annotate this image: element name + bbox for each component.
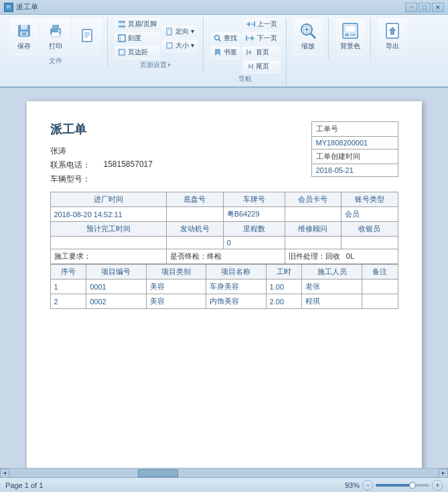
work-order-number-label: 工单号	[316, 125, 338, 133]
svg-rect-19	[167, 28, 171, 35]
item1-code: 0001	[86, 280, 146, 294]
col-item-code: 项目编号	[86, 265, 146, 280]
prev-page-label: 上一页	[257, 19, 277, 29]
h-scroll-right-button[interactable]: ▸	[439, 469, 448, 478]
next-page-button[interactable]: 下一页	[242, 32, 281, 45]
zoom-minus-button[interactable]: －	[362, 480, 373, 491]
ribbon: 保存 打印 文件	[0, 15, 448, 88]
minimize-button[interactable]: －	[405, 3, 417, 12]
find-label: 查找	[224, 34, 237, 43]
service-req-label: 施工要求：	[50, 249, 167, 264]
items-table: 序号 项目编号 项目类别 项目名称 工时 施工人员 备注 1 0001 美容 车	[50, 264, 398, 309]
print-button[interactable]: 打印	[41, 17, 70, 55]
header-footer-button[interactable]: 页眉/页脚	[115, 17, 160, 31]
scale-button[interactable]: 刻度	[115, 32, 160, 45]
col-plate: 车牌号	[223, 192, 285, 207]
svg-marker-30	[248, 50, 251, 55]
item1-worker: 老张	[302, 280, 362, 294]
zoom-slider-thumb[interactable]	[409, 482, 416, 489]
size-label: 大小 ▾	[175, 41, 194, 50]
work-order-box: 工单号 MY1808200001 工单创建时间 2018-05-21	[311, 121, 398, 177]
status-bar: Page 1 of 1 93% － ＋	[0, 477, 448, 492]
size-button[interactable]: 大小 ▾	[162, 39, 198, 52]
item2-remark	[362, 294, 398, 309]
zoom-label: 缩放	[301, 42, 315, 51]
ribbon-group-page-setup: 页眉/页脚 刻度 页边距 定向 ▾	[109, 17, 204, 72]
save-icon	[15, 21, 33, 40]
margin-label: 页边距	[128, 48, 148, 57]
item1-seq: 1	[50, 280, 86, 294]
export-buttons: 导出	[378, 17, 407, 55]
page-setup-expand-icon[interactable]: ▸	[168, 61, 171, 68]
print-preview-icon	[78, 26, 96, 45]
item-row-2: 2 0002 美容 内饰美容 2.00 程琪	[50, 294, 398, 309]
main-data-row1: 2018-08-20 14:52:11 粤B64229 会员	[50, 207, 398, 222]
print-preview-button[interactable]	[72, 17, 102, 55]
col-item-name: 项目名称	[206, 265, 266, 280]
find-button[interactable]: 查找	[210, 32, 240, 45]
inspection-label: 是否终检：终检	[167, 249, 285, 264]
h-scroll-thumb[interactable]	[138, 469, 178, 477]
export-button[interactable]: 导出	[378, 17, 407, 55]
print-label: 打印	[49, 42, 62, 51]
prev-page-button[interactable]: 上一页	[242, 17, 281, 31]
close-button[interactable]: ✕	[432, 3, 444, 12]
export-icon	[383, 21, 402, 40]
item1-name: 车身美容	[206, 280, 266, 294]
scale-label: 刻度	[128, 34, 141, 43]
zoom-slider-fill	[376, 484, 410, 487]
export-label: 导出	[386, 42, 399, 51]
file-group-label: 文件	[49, 56, 62, 66]
svg-rect-21	[167, 43, 172, 48]
svg-point-22	[214, 36, 219, 40]
svg-line-23	[218, 40, 221, 42]
ribbon-group-navigation: 查找 书签 上一页 下一页	[205, 17, 287, 86]
title-text: 派工单	[16, 2, 38, 12]
document-page: 工单号 MY1808200001 工单创建时间 2018-05-21 派工单 张…	[27, 101, 422, 468]
h-scroll-track[interactable]	[9, 469, 439, 477]
page-info: Page 1 of 1	[5, 481, 43, 489]
background-button[interactable]: 背景色	[335, 17, 365, 55]
maximize-button[interactable]: □	[419, 3, 431, 12]
horizontal-scrollbar[interactable]: ◂ ▸	[0, 468, 448, 477]
account-type-value: 会员	[342, 207, 398, 222]
bookmark-label: 书签	[224, 48, 237, 57]
background-label: 背景色	[340, 42, 360, 51]
col-cashier: 收银员	[342, 222, 398, 237]
orientation-button[interactable]: 定向 ▾	[162, 25, 198, 38]
h-scroll-left-button[interactable]: ◂	[0, 469, 9, 478]
zoom-icon	[299, 21, 317, 40]
main-data-row2: 0	[50, 237, 398, 249]
zoom-button[interactable]: 缩放	[293, 17, 323, 55]
col-seq: 序号	[50, 265, 86, 280]
first-page-button[interactable]: 首页	[242, 46, 281, 59]
svg-rect-41	[345, 34, 349, 36]
save-button[interactable]: 保存	[9, 17, 39, 55]
cashier-value	[342, 237, 398, 249]
zoom-level: 93%	[345, 481, 360, 489]
item-row-1: 1 0001 美容 车身美容 1.00 老张	[50, 280, 398, 294]
item2-code: 0002	[86, 294, 146, 309]
print-icon	[46, 21, 65, 40]
svg-rect-13	[119, 25, 125, 27]
item2-worker: 程琪	[302, 294, 362, 309]
last-page-button[interactable]: 尾页	[242, 60, 281, 73]
margin-button[interactable]: 页边距	[115, 46, 160, 59]
item2-category: 美容	[146, 294, 206, 309]
zoom-slider[interactable]	[376, 484, 429, 487]
item1-category: 美容	[146, 280, 206, 294]
svg-rect-42	[350, 34, 356, 36]
background-buttons: 背景色	[335, 17, 365, 55]
title-bar-left: R 派工单	[4, 2, 38, 12]
col-member-card: 会员卡号	[285, 192, 341, 207]
bookmark-button[interactable]: 书签	[210, 46, 240, 59]
zoom-plus-button[interactable]: ＋	[432, 480, 443, 491]
document-viewport[interactable]: 工单号 MY1808200001 工单创建时间 2018-05-21 派工单 张…	[0, 88, 448, 468]
engine-value	[167, 237, 223, 249]
ribbon-group-background: 背景色	[330, 17, 371, 59]
work-order-number-value-row: MY1808200001	[312, 137, 398, 149]
first-page-label: 首页	[256, 48, 269, 57]
member-card-value	[285, 207, 341, 222]
page-setup-col2: 定向 ▾ 大小 ▾	[162, 25, 198, 52]
svg-rect-8	[82, 29, 92, 42]
